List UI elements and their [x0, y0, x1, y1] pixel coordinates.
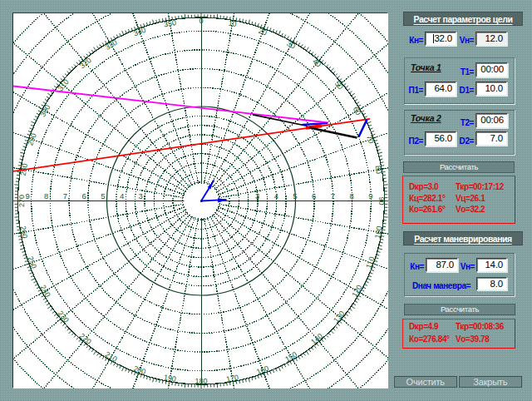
svg-text:9: 9: [25, 191, 29, 200]
svg-text:4: 4: [274, 191, 278, 200]
svg-text:5: 5: [293, 191, 297, 200]
svg-text:10: 10: [228, 19, 238, 29]
svg-text:6: 6: [312, 191, 316, 200]
svg-text:9: 9: [368, 191, 372, 200]
svg-text:180: 180: [195, 377, 207, 385]
svg-text:3: 3: [139, 191, 143, 200]
svg-text:8: 8: [349, 191, 353, 200]
svg-text:7: 7: [331, 191, 335, 200]
svg-text:7: 7: [63, 191, 67, 200]
svg-text:270: 270: [17, 195, 26, 207]
svg-text:5: 5: [101, 191, 105, 200]
svg-text:90: 90: [377, 196, 386, 205]
svg-text:0: 0: [199, 17, 203, 25]
svg-text:4: 4: [120, 191, 124, 200]
svg-text:3: 3: [255, 191, 259, 200]
svg-text:8: 8: [44, 191, 48, 200]
svg-text:80: 80: [373, 165, 383, 175]
svg-text:6: 6: [82, 191, 86, 200]
